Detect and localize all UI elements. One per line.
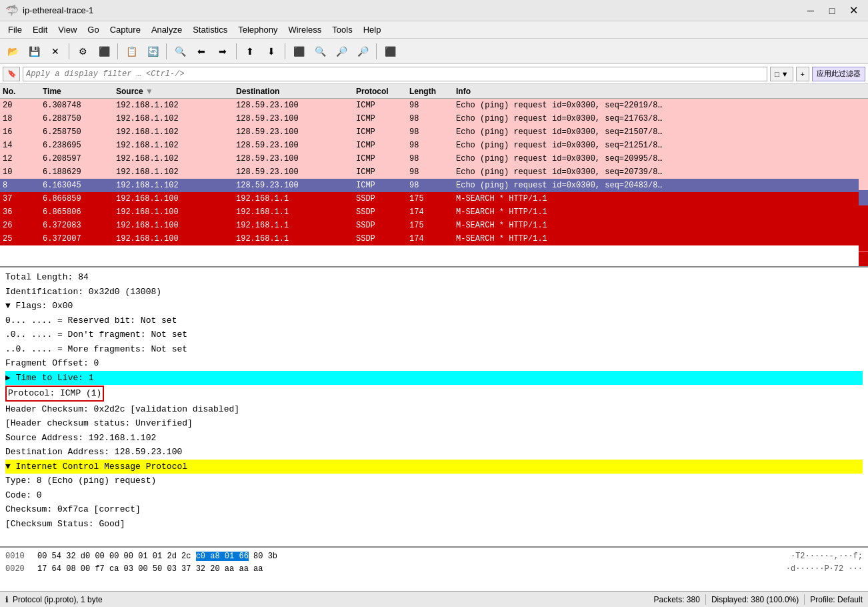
table-row[interactable]: 25 6.372007 192.168.1.100 192.168.1.1 SS… (0, 232, 868, 245)
menu-item-telephony[interactable]: Telephony (233, 21, 283, 38)
table-row[interactable]: 36 6.865806 192.168.1.100 192.168.1.1 SS… (0, 205, 868, 219)
toolbar-extra[interactable]: ⬛ (380, 41, 400, 61)
colorbar-pink6 (859, 175, 868, 191)
toolbar-sep-4 (236, 43, 237, 59)
colorbar-pink4 (859, 145, 868, 160)
menu-item-statistics[interactable]: Statistics (187, 21, 233, 38)
menu-item-help[interactable]: Help (358, 21, 387, 38)
titlebar-left: 🦈 ip-ethereal-trace-1 (5, 4, 93, 17)
status-displayed: Displayed: 380 (100.0%) (711, 595, 799, 604)
hex-row: 0020 17 64 08 00 f7 ca 03 00 50 03 37 32… (5, 563, 863, 576)
toolbar-up[interactable]: ⬆ (240, 41, 260, 61)
toolbar-sep-3 (166, 43, 167, 59)
packet-list: No. Time Source ▼ Destination Protocol L… (0, 84, 868, 267)
toolbar-reload[interactable]: ⚙ (73, 41, 93, 61)
detail-line: Checksum: 0xf7ca [correct] (5, 502, 863, 517)
menubar: FileEditViewGoCaptureAnalyzeStatisticsTe… (0, 21, 868, 39)
filter-apply-btn[interactable]: 应用此过滤器 (812, 67, 865, 81)
filter-input[interactable] (23, 67, 767, 81)
titlebar-controls: ─ □ ✕ (801, 3, 863, 18)
hex-row: 0010 00 54 32 d0 00 00 00 01 01 2d 2c c0… (5, 550, 863, 563)
toolbar-refresh[interactable]: 🔄 (143, 41, 163, 61)
colorbar-red1 (859, 205, 868, 221)
hex-ascii: ·d······P·72 ··· (786, 563, 863, 576)
detail-line[interactable]: ▼ Flags: 0x00 (5, 299, 863, 314)
status-profile: Profile: Default (810, 595, 863, 604)
menu-item-analyze[interactable]: Analyze (146, 21, 187, 38)
table-row[interactable]: 10 6.188629 192.168.1.102 128.59.23.100 … (0, 165, 868, 179)
hex-bytes: 00 54 32 d0 00 00 00 01 01 2d 2c c0 a8 0… (37, 550, 785, 563)
toolbar-save[interactable]: 💾 (24, 41, 44, 61)
detail-line: Type: 8 (Echo (ping) request) (5, 474, 863, 488)
table-row[interactable]: 14 6.238695 192.168.1.102 128.59.23.100 … (0, 139, 868, 152)
hex-bytes: 17 64 08 00 f7 ca 03 00 50 03 37 32 20 a… (37, 563, 781, 576)
app-icon: 🦈 (5, 4, 19, 17)
menu-item-capture[interactable]: Capture (105, 21, 146, 38)
menu-item-wireless[interactable]: Wireless (283, 21, 327, 38)
colorbar-pink2 (859, 114, 868, 129)
detail-line: Source Address: 192.168.1.102 (5, 431, 863, 446)
toolbar-zoom-normal[interactable]: 🔎 (353, 41, 373, 61)
toolbar-down[interactable]: ⬇ (261, 41, 281, 61)
status-text: Protocol (ip.proto), 1 byte (13, 595, 103, 604)
detail-line: [Header checksum status: Unverified] (5, 416, 863, 431)
titlebar: 🦈 ip-ethereal-trace-1 ─ □ ✕ (0, 0, 868, 21)
menu-item-file[interactable]: File (3, 21, 27, 38)
filter-add-btn[interactable]: + (796, 67, 809, 81)
col-header-src: Source ▼ (113, 87, 233, 96)
toolbar: 📂 💾 ✕ ⚙ ⬛ 📋 🔄 🔍 ⬅ ➡ ⬆ ⬇ ⬛ 🔍 🔎 🔎 ⬛ (0, 39, 868, 64)
table-row[interactable]: 37 6.866859 192.168.1.100 192.168.1.1 SS… (0, 192, 868, 205)
colorbar (859, 99, 868, 267)
colorbar-selected (859, 190, 868, 205)
menu-item-tools[interactable]: Tools (327, 21, 357, 38)
close-button[interactable]: ✕ (844, 3, 863, 18)
detail-line: 0... .... = Reserved bit: Not set (5, 314, 863, 328)
status-packets: Packets: 380 (654, 595, 700, 604)
toolbar-zoom-in[interactable]: 🔍 (310, 41, 330, 61)
toolbar-zoom-out[interactable]: 🔎 (331, 41, 351, 61)
table-row[interactable]: 12 6.208597 192.168.1.102 128.59.23.100 … (0, 152, 868, 165)
menu-item-go[interactable]: Go (82, 21, 104, 38)
toolbar-forward[interactable]: ➡ (213, 41, 233, 61)
menu-item-edit[interactable]: Edit (27, 21, 53, 38)
filter-dropdown-btn[interactable]: □ ▼ (770, 67, 793, 81)
table-row[interactable]: 18 6.288750 192.168.1.102 128.59.23.100 … (0, 112, 868, 125)
toolbar-open[interactable]: 📂 (3, 41, 23, 61)
toolbar-close[interactable]: ✕ (45, 41, 65, 61)
col-header-time: Time (40, 87, 113, 96)
maximize-button[interactable]: □ (823, 3, 841, 18)
colorbar-pink3 (859, 129, 868, 145)
colorbar-pink (859, 99, 868, 114)
detail-line: Fragment Offset: 0 (5, 356, 863, 371)
status-icon: ℹ (5, 595, 9, 604)
toolbar-colorize[interactable]: ⬛ (289, 41, 309, 61)
colorbar-red4 (859, 251, 868, 267)
packet-list-header: No. Time Source ▼ Destination Protocol L… (0, 84, 868, 99)
detail-line: Code: 0 (5, 488, 863, 503)
toolbar-stop[interactable]: ⬛ (94, 41, 114, 61)
toolbar-find[interactable]: 🔍 (170, 41, 190, 61)
table-row[interactable]: 8 6.163045 192.168.1.102 128.59.23.100 I… (0, 179, 868, 192)
table-row[interactable]: 26 6.372083 192.168.1.100 192.168.1.1 SS… (0, 219, 868, 232)
menu-item-view[interactable]: View (53, 21, 82, 38)
status-sep-2 (804, 594, 805, 605)
detail-pane[interactable]: Total Length: 84Identification: 0x32d0 (… (0, 267, 868, 548)
colorbar-pink5 (859, 160, 868, 175)
hex-ascii: ·T2·····-,···f; (791, 550, 863, 563)
filter-bookmark[interactable]: 🔖 (3, 67, 20, 81)
toolbar-copy[interactable]: 📋 (121, 41, 141, 61)
statusbar: ℹ Protocol (ip.proto), 1 byte Packets: 3… (0, 591, 868, 607)
detail-line: Header Checksum: 0x2d2c [validation disa… (5, 402, 863, 417)
table-row[interactable]: 16 6.258750 192.168.1.102 128.59.23.100 … (0, 125, 868, 139)
packet-scroll[interactable]: 20 6.308748 192.168.1.102 128.59.23.100 … (0, 99, 868, 267)
detail-line: Identification: 0x32d0 (13008) (5, 285, 863, 299)
statusbar-right: Packets: 380 Displayed: 380 (100.0%) Pro… (654, 594, 863, 605)
col-header-no: No. (0, 87, 40, 96)
toolbar-sep-6 (376, 43, 377, 59)
detail-line[interactable]: ▶ Time to Live: 1 (5, 371, 863, 386)
toolbar-back[interactable]: ⬅ (191, 41, 211, 61)
detail-line[interactable]: ▼ Internet Control Message Protocol (5, 460, 863, 474)
colorbar-red2 (859, 221, 868, 236)
minimize-button[interactable]: ─ (801, 3, 820, 18)
table-row[interactable]: 20 6.308748 192.168.1.102 128.59.23.100 … (0, 99, 868, 112)
